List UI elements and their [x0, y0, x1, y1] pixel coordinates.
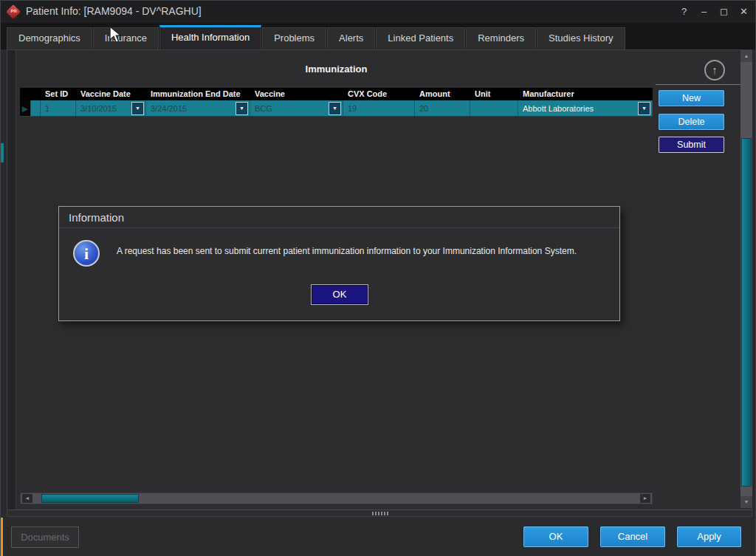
- immunization-grid: Set ID Vaccine Date Immunization End Dat…: [20, 88, 653, 117]
- header-selector: [20, 88, 31, 100]
- grid-header-row: Set ID Vaccine Date Immunization End Dat…: [20, 88, 653, 100]
- window-controls: ? – ◻ ✕: [674, 3, 754, 21]
- vaccine-dropdown-icon[interactable]: ▼: [329, 102, 341, 115]
- tab-linked-patients[interactable]: Linked Patients: [376, 27, 465, 49]
- cvx-code-value: 19: [348, 101, 414, 116]
- vertical-scroll-thumb[interactable]: [741, 138, 752, 487]
- documents-button[interactable]: Documents: [11, 526, 79, 548]
- tab-insurance[interactable]: Insurance: [93, 27, 159, 49]
- header-manufacturer[interactable]: Manufacturer: [518, 88, 653, 100]
- help-button[interactable]: ?: [674, 3, 694, 21]
- close-button[interactable]: ✕: [734, 3, 754, 21]
- header-vaccine[interactable]: Vaccine: [250, 88, 343, 100]
- health-information-panel: Immunization ↑ Set ID Vaccine Date Immun…: [7, 49, 752, 517]
- app-logo-text: PR: [9, 9, 19, 13]
- amount-value: 20: [419, 101, 470, 116]
- scroll-up-icon[interactable]: ▲: [740, 50, 752, 62]
- scroll-right-icon[interactable]: ►: [640, 494, 650, 503]
- row-gap-cell: [31, 100, 41, 116]
- information-dialog: Information i A request has been sent to…: [58, 206, 620, 321]
- new-button[interactable]: New: [659, 90, 724, 106]
- vaccine-date-value: 3/10/2015: [80, 101, 131, 116]
- ok-button[interactable]: OK: [523, 526, 588, 547]
- end-date-dropdown-icon[interactable]: ▼: [236, 102, 248, 115]
- tab-demographics[interactable]: Demographics: [7, 27, 92, 49]
- dialog-title: Information: [59, 207, 619, 228]
- left-edge-orange-marker: [1, 518, 3, 556]
- dialog-message: A request has been sent to submit curren…: [117, 245, 608, 257]
- mouse-cursor-icon: [109, 26, 123, 48]
- tab-studies-history[interactable]: Studies History: [537, 27, 625, 49]
- cell-set-id[interactable]: 1: [41, 100, 76, 116]
- cell-immunization-end-date[interactable]: 3/24/2015 ▼: [146, 100, 250, 116]
- apply-button[interactable]: Apply: [677, 526, 741, 547]
- cancel-button[interactable]: Cancel: [600, 526, 665, 547]
- vaccine-date-dropdown-icon[interactable]: ▼: [131, 102, 144, 115]
- end-date-value: 3/24/2015: [151, 101, 236, 116]
- window-title: Patient Info: [RAM9094 - DV^RAGHU]: [26, 5, 202, 17]
- cell-vaccine-date[interactable]: 3/10/2015 ▼: [76, 100, 146, 116]
- patient-info-window: PR Patient Info: [RAM9094 - DV^RAGHU] ? …: [0, 0, 756, 556]
- cell-vaccine[interactable]: BCG ▼: [250, 100, 343, 116]
- scroll-left-icon[interactable]: ◄: [22, 494, 32, 503]
- tab-alerts[interactable]: Alerts: [327, 27, 375, 49]
- cell-cvx-code[interactable]: 19: [343, 100, 415, 116]
- manufacturer-value: Abbott Laboratories: [523, 101, 638, 116]
- header-vaccine-date[interactable]: Vaccine Date: [76, 88, 146, 100]
- tab-problems[interactable]: Problems: [262, 27, 326, 49]
- cell-unit[interactable]: [470, 100, 518, 116]
- section-title: Immunization: [20, 64, 653, 75]
- cell-amount[interactable]: 20: [415, 100, 470, 116]
- row-selector-icon[interactable]: ▶: [20, 100, 31, 116]
- title-bar: PR Patient Info: [RAM9094 - DV^RAGHU] ? …: [1, 1, 755, 23]
- splitter-bar[interactable]: [7, 509, 752, 516]
- header-immunization-end-date[interactable]: Immunization End Date: [146, 88, 250, 100]
- maximize-button[interactable]: ◻: [714, 3, 734, 21]
- splitter-grip-icon[interactable]: [372, 512, 388, 515]
- header-set-id[interactable]: Set ID: [41, 88, 76, 100]
- dialog-ok-button[interactable]: OK: [311, 284, 368, 305]
- collapse-section-icon[interactable]: ↑: [704, 60, 725, 80]
- manufacturer-dropdown-icon[interactable]: ▼: [638, 102, 650, 115]
- vaccine-value: BCG: [255, 101, 329, 116]
- left-gutter: [7, 50, 16, 516]
- footer-bar: Documents OK Cancel Apply: [1, 518, 755, 556]
- horizontal-scroll-thumb[interactable]: [41, 494, 139, 503]
- scroll-down-icon[interactable]: ▼: [740, 496, 752, 508]
- header-cvx-code[interactable]: CVX Code: [343, 88, 415, 100]
- header-amount[interactable]: Amount: [415, 88, 470, 100]
- vertical-scrollbar[interactable]: ▲ ▼: [740, 50, 752, 508]
- horizontal-scrollbar[interactable]: ◄ ►: [20, 492, 653, 504]
- tab-health-information[interactable]: Health Information: [159, 25, 261, 49]
- delete-button[interactable]: Delete: [659, 114, 724, 130]
- table-row[interactable]: ▶ 1 3/10/2015 ▼ 3/24/2015 ▼ BCG ▼ 19 20: [20, 100, 653, 117]
- app-logo-icon: PR: [6, 4, 21, 19]
- header-unit[interactable]: Unit: [470, 88, 518, 100]
- left-edge-teal-marker: [1, 143, 4, 162]
- cell-manufacturer[interactable]: Abbott Laboratories ▼: [518, 100, 653, 116]
- header-gap: [31, 88, 41, 100]
- tab-reminders[interactable]: Reminders: [466, 27, 536, 49]
- minimize-button[interactable]: –: [694, 3, 714, 21]
- set-id-value: 1: [45, 101, 75, 116]
- submit-button[interactable]: Submit: [659, 137, 724, 153]
- info-icon: i: [73, 240, 100, 267]
- section-divider: [656, 84, 743, 85]
